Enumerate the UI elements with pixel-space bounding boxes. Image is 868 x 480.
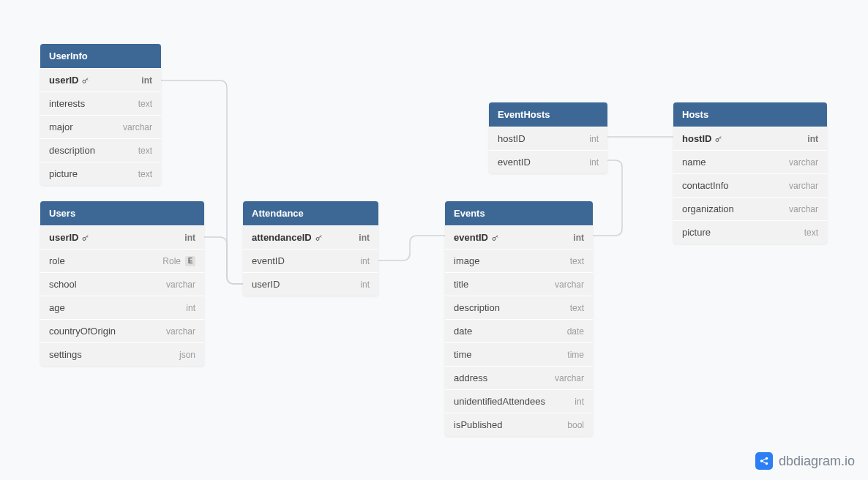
column-name: description [454, 302, 500, 313]
column-name: countryOfOrigin [49, 326, 116, 337]
column-type: text [138, 146, 152, 156]
column-name: unidentifiedAttendees [454, 396, 545, 407]
column-name: isPublished [454, 419, 503, 430]
svg-point-3 [493, 237, 495, 240]
table-header[interactable]: Users [40, 201, 204, 225]
table-eventhosts[interactable]: EventHosts hostID int eventID int [489, 102, 607, 173]
table-row[interactable]: major varchar [40, 115, 161, 138]
table-users[interactable]: Users userID int role Role E school varc… [40, 201, 204, 366]
column-name: title [454, 279, 468, 290]
table-row[interactable]: userID int [40, 225, 204, 249]
svg-point-1 [83, 237, 86, 240]
key-icon [714, 135, 723, 143]
table-row[interactable]: role Role E [40, 249, 204, 272]
watermark[interactable]: dbdiagram.io [755, 452, 855, 470]
column-type: varchar [123, 122, 152, 132]
column-type: date [567, 326, 584, 337]
table-row[interactable]: school varchar [40, 272, 204, 296]
table-header[interactable]: Events [445, 201, 593, 225]
svg-point-0 [83, 80, 86, 83]
table-row[interactable]: userID int [40, 68, 161, 91]
table-row[interactable]: contactInfo varchar [673, 173, 827, 197]
column-type: time [567, 350, 584, 360]
column-type: text [804, 228, 818, 238]
column-type: varchar [789, 157, 818, 168]
column-name: age [49, 302, 65, 313]
column-type: int [589, 157, 599, 168]
diagram-canvas[interactable]: UserInfo userID int interests text major… [0, 0, 868, 480]
table-name: Hosts [682, 109, 708, 120]
column-type: int [141, 75, 152, 86]
table-row[interactable]: userID int [243, 272, 378, 296]
table-row[interactable]: organization varchar [673, 197, 827, 220]
table-row[interactable]: description text [445, 296, 593, 319]
table-header[interactable]: Hosts [673, 102, 827, 127]
table-row[interactable]: attendanceID int [243, 225, 378, 249]
column-name: picture [49, 168, 78, 179]
table-attendance[interactable]: Attendance attendanceID int eventID int … [243, 201, 378, 296]
watermark-text: dbdiagram.io [779, 454, 855, 469]
column-type: text [138, 169, 152, 179]
table-header[interactable]: UserInfo [40, 44, 161, 68]
column-type: Role E [162, 256, 195, 266]
svg-point-2 [316, 237, 319, 240]
column-name: attendanceID [252, 232, 323, 243]
table-row[interactable]: eventID int [489, 150, 607, 173]
table-row[interactable]: time time [445, 342, 593, 366]
share-icon [755, 452, 773, 470]
table-events[interactable]: Events eventID int image text title varc… [445, 201, 593, 436]
table-row[interactable]: eventID int [243, 249, 378, 272]
table-row[interactable]: image text [445, 249, 593, 272]
table-hosts[interactable]: Hosts hostID int name varchar contactInf… [673, 102, 827, 244]
column-name: contactInfo [682, 180, 729, 191]
table-name: EventHosts [498, 109, 550, 120]
column-type: int [359, 233, 370, 243]
column-type: int [807, 134, 818, 144]
key-icon [81, 233, 90, 242]
table-row[interactable]: description text [40, 138, 161, 162]
column-name: school [49, 279, 77, 290]
table-header[interactable]: Attendance [243, 201, 378, 225]
column-name: major [49, 121, 73, 132]
key-icon [81, 76, 90, 85]
column-type: varchar [555, 280, 584, 290]
table-row[interactable]: hostID int [673, 127, 827, 150]
column-type: int [573, 233, 584, 243]
table-header[interactable]: EventHosts [489, 102, 607, 127]
table-row[interactable]: countryOfOrigin varchar [40, 319, 204, 342]
table-row[interactable]: name varchar [673, 150, 827, 173]
column-name: userID [49, 75, 90, 86]
column-name: date [454, 326, 472, 337]
column-name: image [454, 255, 479, 266]
column-name: name [682, 157, 706, 168]
table-row[interactable]: address varchar [445, 366, 593, 389]
column-name: organization [682, 203, 734, 214]
table-row[interactable]: picture text [40, 162, 161, 185]
table-row[interactable]: age int [40, 296, 204, 319]
table-row[interactable]: unidentifiedAttendees int [445, 389, 593, 413]
table-row[interactable]: eventID int [445, 225, 593, 249]
column-type: text [138, 99, 152, 109]
table-row[interactable]: settings json [40, 342, 204, 366]
column-name: time [454, 349, 472, 360]
column-type: int [589, 134, 599, 144]
column-name: address [454, 372, 487, 383]
table-row[interactable]: isPublished bool [445, 413, 593, 436]
key-icon [491, 233, 500, 242]
column-type: text [570, 256, 584, 266]
column-type: bool [567, 420, 584, 430]
column-type: int [360, 280, 370, 290]
column-type: varchar [166, 326, 195, 337]
table-userinfo[interactable]: UserInfo userID int interests text major… [40, 44, 161, 185]
column-name: eventID [252, 255, 285, 266]
table-row[interactable]: date date [445, 319, 593, 342]
column-name: userID [49, 232, 90, 243]
table-name: Users [49, 208, 75, 219]
table-row[interactable]: title varchar [445, 272, 593, 296]
column-name: userID [252, 279, 280, 290]
table-row[interactable]: interests text [40, 91, 161, 115]
column-type: json [179, 350, 195, 360]
table-row[interactable]: hostID int [489, 127, 607, 150]
column-name: interests [49, 98, 85, 109]
table-row[interactable]: picture text [673, 220, 827, 244]
